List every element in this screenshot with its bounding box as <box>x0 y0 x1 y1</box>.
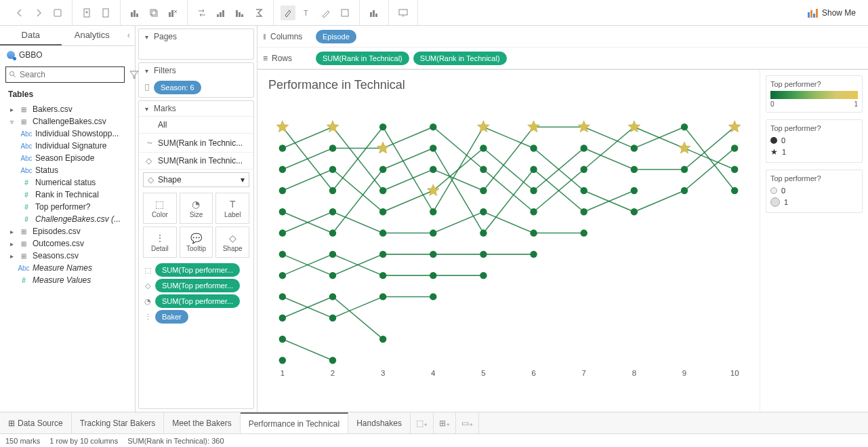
svg-point-48 <box>279 166 286 173</box>
highlight-button[interactable] <box>281 5 295 20</box>
shape-button[interactable]: ◇Shape <box>215 227 249 258</box>
field-row[interactable]: AbcStatus <box>0 164 135 176</box>
svg-point-26 <box>10 72 14 76</box>
analytics-tab[interactable]: Analytics <box>62 26 123 45</box>
svg-point-90 <box>329 251 336 258</box>
swap-button[interactable] <box>194 5 209 20</box>
shape-legend[interactable]: Top performer? 0 ★1 <box>766 119 863 163</box>
size-button[interactable]: ◔Size <box>180 193 213 224</box>
duplicate-button[interactable] <box>146 5 161 20</box>
sort-desc-button[interactable] <box>232 5 247 20</box>
datasource-row[interactable]: GBBO <box>0 46 135 64</box>
svg-point-40 <box>379 187 386 194</box>
pages-label: Pages <box>154 32 177 41</box>
row-pill[interactable]: SUM(Rank in Technical) <box>413 52 507 65</box>
label-button[interactable]: TLabel <box>215 193 249 224</box>
new-worksheet-button[interactable]: ⬚₊ <box>411 412 434 433</box>
table-row[interactable]: ▿⊞ChallengeBakes.csv <box>0 115 135 128</box>
format-button[interactable] <box>318 5 333 20</box>
color-button[interactable]: ⬚Color <box>143 193 177 224</box>
svg-rect-21 <box>399 9 407 15</box>
new-sheet-button[interactable] <box>127 5 142 20</box>
svg-marker-61 <box>427 184 439 196</box>
field-row[interactable]: #ChallengeBakes.csv (... <box>0 213 135 225</box>
chart-area[interactable]: Performance in Technical 12345678910 <box>257 70 760 412</box>
mark-type-select[interactable]: ◇Shape▾ <box>143 172 249 187</box>
table-row[interactable]: ▸⊞Outcomes.csv <box>0 237 135 250</box>
sheet-tab[interactable]: Performance in Technical <box>241 412 349 433</box>
tooltip-button[interactable]: 💬Tooltip <box>180 227 213 258</box>
search-input[interactable] <box>20 70 121 79</box>
field-row[interactable]: #Rank in Technical <box>0 189 135 201</box>
size-legend[interactable]: Top performer? 0 1 <box>766 170 863 213</box>
text-button[interactable]: T <box>299 5 314 20</box>
sheet-tab[interactable]: Tracking Star Bakers <box>72 412 165 433</box>
table-row[interactable]: ▸⊞Episodes.csv <box>0 225 135 237</box>
mark-pill[interactable]: SUM(Top performer... <box>155 294 240 308</box>
svg-point-68 <box>279 208 286 215</box>
svg-point-73 <box>530 166 537 173</box>
data-tab[interactable]: Data <box>0 26 62 45</box>
color-icon: ⬚ <box>155 199 164 210</box>
rows-shelf[interactable]: ≡Rows SUM(Rank in Technical)SUM(Rank in … <box>257 47 868 69</box>
filter-pill[interactable]: Season: 6 <box>154 81 201 94</box>
svg-text:9: 9 <box>682 369 686 377</box>
field-row[interactable]: AbcIndividual Showstopp... <box>0 128 135 140</box>
columns-shelf[interactable]: ⦀Columns Episode <box>257 26 868 47</box>
marks-tab-1[interactable]: ～SUM(Rank in Technic... <box>139 134 253 153</box>
datasource-tab[interactable]: ⊞Data Source <box>0 412 72 433</box>
save-button[interactable] <box>50 5 65 20</box>
sort-asc-button[interactable] <box>213 5 228 20</box>
svg-point-33 <box>530 144 537 151</box>
fit-button[interactable] <box>337 5 352 20</box>
field-row[interactable]: AbcIndividual Signature <box>0 140 135 152</box>
svg-point-85 <box>379 251 386 258</box>
field-row[interactable]: #Measure Values <box>0 274 135 286</box>
color-legend[interactable]: Top performer? 01 <box>766 75 863 113</box>
new-story-button[interactable]: ▭₊ <box>456 412 479 433</box>
big-circle-icon <box>770 197 780 207</box>
sheet-tab[interactable]: Meet the Bakers <box>164 412 240 433</box>
new-dashboard-button[interactable]: ⊞₊ <box>434 412 456 433</box>
collapse-pane-button[interactable]: ‹ <box>123 26 135 45</box>
show-me-button[interactable]: Show Me <box>800 7 863 18</box>
pause-button[interactable] <box>98 5 113 20</box>
chart-canvas[interactable]: 12345678910 <box>268 98 749 383</box>
svg-point-84 <box>329 272 336 279</box>
search-box[interactable] <box>5 66 125 83</box>
mark-pill[interactable]: SUM(Top performer... <box>155 263 240 277</box>
svg-rect-27 <box>146 85 149 91</box>
view-button[interactable] <box>367 5 381 20</box>
show-me-label: Show Me <box>822 8 856 18</box>
columns-icon: ⦀ <box>263 32 266 41</box>
mark-pill[interactable]: Baker <box>155 310 188 324</box>
row-pill[interactable]: SUM(Rank in Technical) <box>316 52 409 65</box>
detail-button[interactable]: ⋮Detail <box>143 227 177 258</box>
table-row[interactable]: ▸⊞Seasons.csv <box>0 250 135 262</box>
mark-pill[interactable]: SUM(Top performer... <box>155 279 240 292</box>
totals-button[interactable] <box>251 5 266 20</box>
forward-button[interactable] <box>31 5 46 20</box>
svg-rect-17 <box>342 9 348 16</box>
new-datasource-button[interactable] <box>79 5 94 20</box>
sheet-tab[interactable]: Handshakes <box>348 412 411 433</box>
svg-point-58 <box>279 187 286 194</box>
clear-button[interactable] <box>165 5 180 20</box>
table-row[interactable]: ▸⊞Bakers.csv <box>0 103 135 115</box>
marks-tab-2[interactable]: ◇SUM(Rank in Technic... <box>139 153 253 170</box>
column-pill[interactable]: Episode <box>316 30 356 43</box>
svg-point-95 <box>329 314 336 321</box>
marks-all-tab[interactable]: All <box>139 117 253 134</box>
dot-icon <box>770 137 777 144</box>
svg-rect-15 <box>241 14 243 17</box>
field-row[interactable]: #Numerical status <box>0 176 135 189</box>
field-row[interactable]: #Top performer? <box>0 201 135 213</box>
svg-point-34 <box>581 187 587 194</box>
search-icon <box>9 71 17 79</box>
field-row[interactable]: AbcSeason Episode <box>0 152 135 164</box>
svg-point-98 <box>279 314 286 321</box>
presentation-button[interactable] <box>396 5 411 20</box>
field-row[interactable]: AbcMeasure Names <box>0 262 135 274</box>
back-button[interactable] <box>12 5 27 20</box>
svg-text:2: 2 <box>331 369 335 377</box>
